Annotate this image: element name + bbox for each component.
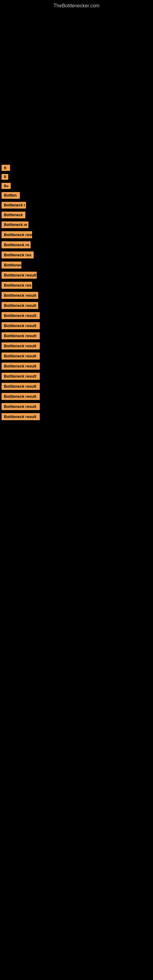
bottleneck-label: Bottleneck result	[2, 342, 40, 350]
bottleneck-label: Bottleneck result	[2, 363, 40, 370]
bottleneck-item: Bottleneck r	[2, 202, 153, 208]
bottleneck-label: Bottleneck re	[2, 241, 30, 248]
chart-area	[0, 12, 153, 159]
bottleneck-item: Bottleneck result	[2, 393, 153, 400]
bottleneck-label: Bottlen	[2, 192, 20, 199]
bottleneck-label: B	[2, 174, 8, 180]
bottleneck-label: Bottleneck res	[2, 282, 32, 289]
bottleneck-label: Bottleneck re	[2, 221, 29, 228]
bottleneck-label: Bo	[2, 183, 11, 189]
bottleneck-item: Bottleneck result	[2, 413, 153, 420]
bottleneck-item: Bottleneck re	[2, 241, 153, 248]
bottleneck-item: Bottleneck result	[2, 332, 153, 339]
bottleneck-label: Bottleneck result	[2, 393, 40, 400]
bottleneck-item: Bottleneck result	[2, 322, 153, 329]
bottleneck-item: Bottleneck result	[2, 383, 153, 390]
bottleneck-label: Bottleneck result	[2, 272, 37, 279]
bottleneck-item: Bottleneck result	[2, 373, 153, 380]
bottleneck-label: Bottleneck result	[2, 302, 38, 309]
bottleneck-item: Bottleneck result	[2, 302, 153, 309]
bottleneck-label: Bottleneck result	[2, 322, 40, 329]
bottleneck-item: Bottleneck result	[2, 292, 153, 299]
bottleneck-item: B	[2, 174, 153, 180]
bottleneck-item: Bottleneck result	[2, 363, 153, 370]
bottleneck-label: Bottleneck result	[2, 312, 40, 319]
bottleneck-item: Bottleneck result	[2, 353, 153, 360]
bottleneck-item: Bottleneck result	[2, 342, 153, 350]
bottleneck-label: B	[2, 165, 10, 171]
bottleneck-label: Bottleneck result	[2, 383, 40, 390]
bottleneck-label: Bottleneck result	[2, 332, 40, 339]
bottleneck-item: Bottleneck	[2, 261, 153, 269]
bottleneck-label: Bottleneck	[2, 212, 26, 218]
bottleneck-item: Bottleneck	[2, 212, 153, 218]
bottleneck-label: Bottleneck r	[2, 202, 26, 208]
bottleneck-label: Bottleneck result	[2, 353, 40, 360]
site-header: TheBottlenecker.com	[0, 0, 153, 12]
bottleneck-label: Bottleneck result	[2, 403, 40, 410]
site-title: TheBottlenecker.com	[0, 0, 153, 12]
bottleneck-items-container: BBBoBottlenBottleneck rBottleneckBottlen…	[0, 159, 153, 420]
bottleneck-item: Bottlen	[2, 192, 153, 199]
bottleneck-label: Bottleneck result	[2, 373, 40, 380]
bottleneck-label: Bottleneck resu	[2, 231, 32, 238]
bottleneck-item: Bottleneck result	[2, 403, 153, 410]
bottleneck-item: Bo	[2, 183, 153, 189]
bottleneck-item: Bottleneck res	[2, 282, 153, 289]
bottleneck-label: Bottleneck res	[2, 251, 33, 258]
bottleneck-label: Bottleneck result	[2, 292, 38, 299]
bottleneck-item: B	[2, 165, 153, 171]
bottleneck-item: Bottleneck re	[2, 221, 153, 228]
bottleneck-item: Bottleneck res	[2, 251, 153, 258]
bottleneck-item: Bottleneck resu	[2, 231, 153, 238]
bottleneck-item: Bottleneck result	[2, 272, 153, 279]
bottleneck-item: Bottleneck result	[2, 312, 153, 319]
bottleneck-label: Bottleneck	[2, 261, 21, 269]
bottleneck-label: Bottleneck result	[2, 413, 40, 420]
